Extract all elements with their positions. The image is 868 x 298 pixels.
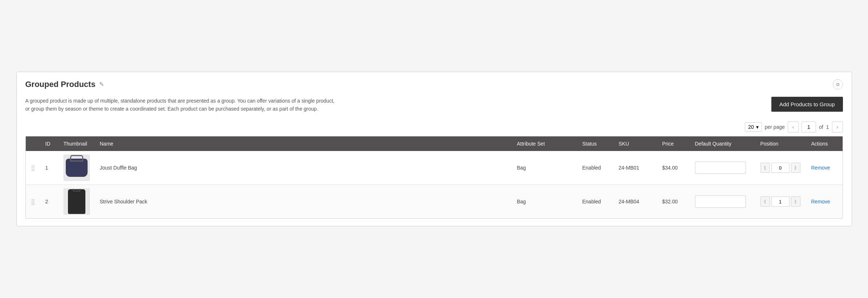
default-quantity-input[interactable] <box>695 162 746 174</box>
header-name: Name <box>95 136 512 151</box>
row-sku: 24-MB01 <box>614 151 657 185</box>
header-status: Status <box>577 136 614 151</box>
row-price: $34.00 <box>657 151 690 185</box>
bag2-illustration <box>68 189 85 214</box>
thumbnail-image <box>64 155 90 181</box>
table-header-row: ID Thumbnail Name Attribute Set Status S… <box>26 136 843 151</box>
panel-header: Grouped Products ✎ ⊙ <box>25 79 843 90</box>
next-page-button[interactable]: › <box>832 122 843 132</box>
row-id: 2 <box>40 185 58 219</box>
header-thumbnail: Thumbnail <box>58 136 95 151</box>
chevron-left-icon: ‹ <box>792 124 794 130</box>
bag1-illustration <box>66 159 88 177</box>
row-product-name: Strive Shoulder Pack <box>95 185 512 219</box>
description-text: A grouped product is made up of multiple… <box>25 97 338 113</box>
header-default-quantity: Default Quantity <box>690 136 755 151</box>
remove-link[interactable]: Remove <box>811 165 830 171</box>
row-status: Enabled <box>577 185 614 219</box>
row-status: Enabled <box>577 151 614 185</box>
row-attribute-set: Bag <box>512 185 577 219</box>
thumbnail-cell <box>58 185 95 219</box>
collapse-icon: ⊙ <box>836 82 840 87</box>
row-price: $32.00 <box>657 185 690 219</box>
pagination-row: 20 ▾ per page ‹ of 1 › <box>25 122 843 132</box>
position-first-button[interactable]: ⟪ <box>760 163 770 173</box>
title-group: Grouped Products ✎ <box>25 80 104 89</box>
last-icon: ⟫ <box>794 199 797 204</box>
row-actions-cell: Remove <box>806 185 843 219</box>
header-checkbox <box>26 136 40 151</box>
current-page-input[interactable] <box>802 122 816 132</box>
header-id: ID <box>40 136 58 151</box>
thumbnail-image <box>64 188 90 215</box>
description-row: A grouped product is made up of multiple… <box>25 97 843 113</box>
grouped-products-panel: Grouped Products ✎ ⊙ A grouped product i… <box>16 72 852 227</box>
chevron-down-icon: ▾ <box>756 124 759 130</box>
first-icon: ⟪ <box>764 199 766 204</box>
products-table-wrapper: ID Thumbnail Name Attribute Set Status S… <box>25 136 843 219</box>
total-pages: 1 <box>826 124 829 130</box>
position-input[interactable] <box>771 163 790 173</box>
drag-handle-icon[interactable]: ⣿ <box>31 165 35 171</box>
per-page-select[interactable]: 20 ▾ <box>745 122 762 132</box>
per-page-value: 20 <box>748 124 754 130</box>
products-table: ID Thumbnail Name Attribute Set Status S… <box>26 136 843 218</box>
row-position-cell: ⟪ ⟫ <box>755 151 806 185</box>
header-attribute-set: Attribute Set <box>512 136 577 151</box>
default-quantity-input[interactable] <box>695 195 746 208</box>
drag-handle-cell: ⣿ <box>26 151 40 185</box>
position-group: ⟪ ⟫ <box>760 196 801 207</box>
edit-icon[interactable]: ✎ <box>99 81 104 88</box>
panel-title: Grouped Products <box>25 80 96 89</box>
row-default-quantity-cell <box>690 151 755 185</box>
header-sku: SKU <box>614 136 657 151</box>
chevron-right-icon: › <box>836 124 838 130</box>
collapse-button[interactable]: ⊙ <box>833 79 843 90</box>
row-sku: 24-MB04 <box>614 185 657 219</box>
header-actions: Actions <box>806 136 843 151</box>
remove-link[interactable]: Remove <box>811 199 830 204</box>
row-product-name: Joust Duffle Bag <box>95 151 512 185</box>
row-attribute-set: Bag <box>512 151 577 185</box>
position-first-button[interactable]: ⟪ <box>760 196 770 207</box>
row-id: 1 <box>40 151 58 185</box>
row-actions-cell: Remove <box>806 151 843 185</box>
table-row: ⣿ 2 Strive Shoulder Pack Bag Enabled 24-… <box>26 185 843 219</box>
position-last-button[interactable]: ⟫ <box>791 163 800 173</box>
drag-handle-cell: ⣿ <box>26 185 40 219</box>
row-position-cell: ⟪ ⟫ <box>755 185 806 219</box>
prev-page-button[interactable]: ‹ <box>788 122 799 132</box>
position-last-button[interactable]: ⟫ <box>791 196 800 207</box>
drag-handle-icon[interactable]: ⣿ <box>31 199 35 205</box>
table-row: ⣿ 1 Joust Duffle Bag Bag Enabled 24-MB01… <box>26 151 843 185</box>
thumbnail-cell <box>58 151 95 185</box>
position-group: ⟪ ⟫ <box>760 163 801 173</box>
last-icon: ⟫ <box>794 165 797 170</box>
row-default-quantity-cell <box>690 185 755 219</box>
of-label: of <box>819 124 823 130</box>
position-input[interactable] <box>771 196 790 207</box>
header-price: Price <box>657 136 690 151</box>
header-position: Position <box>755 136 806 151</box>
add-products-button[interactable]: Add Products to Group <box>771 97 843 112</box>
per-page-label: per page <box>765 124 785 130</box>
first-icon: ⟪ <box>764 165 766 170</box>
